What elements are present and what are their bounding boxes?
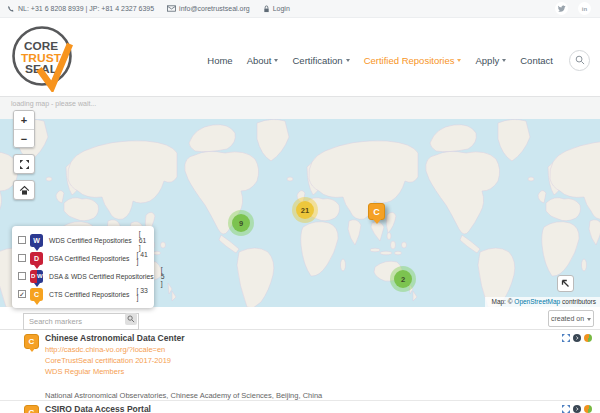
fullscreen-button[interactable] [13,154,35,174]
twitter-icon [558,5,566,12]
northwest-arrow-icon [560,278,571,289]
expand-arrows-icon [562,405,570,413]
phone-numbers: NL: +31 6 8208 8939 | JP: +81 4 2327 639… [7,5,154,13]
cts-marker-icon: C [24,334,39,349]
home-button[interactable] [13,180,35,200]
map-attribution: Map: © OpenStreetMap contributors [485,297,600,307]
openstreetmap-link[interactable]: OpenStreetMap [514,298,560,305]
repository-description: National Astronomical Observatories, Chi… [45,391,322,401]
repository-actions [562,334,592,342]
linkedin-icon: in [582,6,587,12]
nav-item-about[interactable]: About [247,55,279,66]
repository-title[interactable]: Chinese Astronomical Data Center [45,333,322,344]
map-cluster-europe[interactable]: 21 [292,197,318,223]
nav-search-button[interactable] [569,50,590,71]
chevron-down-icon [457,59,461,62]
nav-item-certification[interactable]: Certification [292,55,349,66]
cts-checkbox-checked[interactable]: ✓ [18,290,26,298]
zoom-out-button[interactable]: − [14,129,34,147]
dsa-checkbox[interactable] [18,254,26,262]
nav-item-contact[interactable]: Contact [520,55,553,66]
navigate-button[interactable] [573,334,581,342]
chevron-right-icon [574,335,580,341]
chevron-down-icon [274,59,278,62]
logo-word-trust: TRUST [21,52,61,64]
repository-title[interactable]: CSIRO Data Access Portal [45,404,151,413]
logo-word-core: CORE [24,40,58,52]
top-utility-bar: NL: +31 6 8208 8939 | JP: +81 4 2327 639… [0,0,600,18]
wds-marker-icon: W [30,234,43,247]
dsa-marker-icon: D [30,252,43,265]
social-links: in [555,2,591,15]
nav-item-apply[interactable]: Apply [475,55,506,66]
cts-marker-icon: C [24,405,39,413]
repository-certification-link[interactable]: CoreTrustSeal certification 2017-2019 [45,355,322,366]
main-navigation: Home About Certification Certified Repos… [207,48,590,72]
map-legend: W WDS Certified Repositories [ 61 ] D DS… [12,226,154,308]
login-text: Login [273,5,290,12]
legend-row-cts[interactable]: ✓ C CTS Certified Repositories [ 33 ] [18,286,149,302]
cts-map-marker[interactable]: C [368,203,385,220]
legend-row-dsa-wds[interactable]: DW DSA & WDS Certified Repositories [ 5 … [18,268,149,284]
repository-actions [562,405,592,413]
chevron-down-icon [346,59,350,62]
nav-item-certified-repositories[interactable]: Certified Repositories [364,55,462,66]
expand-arrows-icon [562,334,570,342]
search-markers-input[interactable] [23,313,139,330]
map-controls: + − [13,110,35,200]
twitter-button[interactable] [555,2,568,15]
envelope-icon [167,5,176,12]
coretrustseal-page: NL: +31 6 8208 8939 | JP: +81 4 2327 639… [0,0,600,413]
pan-northwest-button[interactable] [557,275,574,292]
legend-row-dsa[interactable]: D DSA Certified Repositories [ 41 ] [18,250,149,266]
wds-checkbox[interactable] [18,236,26,244]
navigate-button[interactable] [573,405,581,413]
search-icon [575,55,585,65]
repository-membership-link[interactable]: WDS Regular Members [45,366,322,377]
search-markers-button[interactable] [125,313,137,325]
repository-url-link[interactable]: http://casdc.china-vo.org/?locale=en [45,344,322,355]
chevron-down-icon [587,318,591,321]
zoom-in-button[interactable]: + [14,111,34,129]
zoom-to-marker-button[interactable] [562,405,570,413]
legend-row-wds[interactable]: W WDS Certified Repositories [ 61 ] [18,232,149,248]
repository-item: C Chinese Astronomical Data Center http:… [0,330,600,401]
fullscreen-icon [19,159,30,170]
linkedin-button[interactable]: in [578,2,591,15]
search-icon [127,315,135,323]
site-header: CORE TRUST SEAL Home About Certification… [0,18,600,96]
sort-dropdown[interactable]: created on [548,310,594,327]
email-link[interactable]: info@coretrustseal.org [167,5,250,12]
chevron-down-icon [502,59,506,62]
map-section: loading map - please wait... [0,96,600,307]
marker-toolbar: created on [0,307,600,330]
chevron-right-icon [574,406,580,412]
map-loading-text: loading map - please wait... [11,100,96,107]
lock-icon [263,5,270,13]
dsa-wds-checkbox[interactable] [18,272,26,280]
search-markers-field [23,310,139,327]
map-cluster-australia[interactable]: 2 [390,266,416,292]
dsa-wds-marker-icon: DW [30,270,43,283]
marker-type-button[interactable] [584,334,592,342]
marker-type-button[interactable] [584,405,592,413]
login-link[interactable]: Login [263,5,290,13]
repository-item: C CSIRO Data Access Portal [0,401,600,413]
phone-icon [7,5,15,13]
zoom-to-marker-button[interactable] [562,334,570,342]
sort-value: created on [551,315,584,322]
nav-item-home[interactable]: Home [207,55,232,66]
home-icon [19,185,30,196]
coretrustseal-logo[interactable]: CORE TRUST SEAL [10,22,78,92]
phone-text: NL: +31 6 8208 8939 | JP: +81 4 2327 639… [18,5,154,12]
email-text: info@coretrustseal.org [179,5,250,12]
cts-marker-icon: C [30,288,43,301]
repository-list: C Chinese Astronomical Data Center http:… [0,330,600,413]
map-cluster-north-america[interactable]: 9 [228,210,254,236]
